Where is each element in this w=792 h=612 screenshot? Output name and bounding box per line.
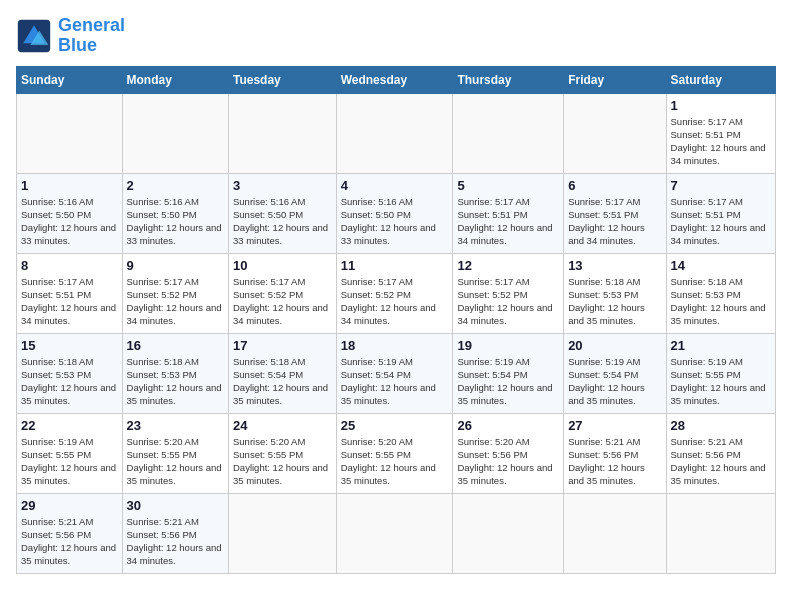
calendar-cell: 22 Sunrise: 5:19 AM Sunset: 5:55 PM Dayl… xyxy=(17,413,123,493)
day-info: Sunrise: 5:19 AM Sunset: 5:55 PM Dayligh… xyxy=(21,435,118,488)
column-header-friday: Friday xyxy=(564,66,666,93)
calendar-cell: 28 Sunrise: 5:21 AM Sunset: 5:56 PM Dayl… xyxy=(666,413,775,493)
day-number: 25 xyxy=(341,418,449,433)
calendar-cell: 7 Sunrise: 5:17 AM Sunset: 5:51 PM Dayli… xyxy=(666,173,775,253)
calendar-week-row: 8 Sunrise: 5:17 AM Sunset: 5:51 PM Dayli… xyxy=(17,253,776,333)
column-header-sunday: Sunday xyxy=(17,66,123,93)
logo-icon xyxy=(16,18,52,54)
page-header: General Blue xyxy=(16,16,776,56)
day-number: 29 xyxy=(21,498,118,513)
calendar-cell: 15 Sunrise: 5:18 AM Sunset: 5:53 PM Dayl… xyxy=(17,333,123,413)
day-info: Sunrise: 5:17 AM Sunset: 5:51 PM Dayligh… xyxy=(671,115,771,168)
day-number: 6 xyxy=(568,178,661,193)
calendar-cell: 21 Sunrise: 5:19 AM Sunset: 5:55 PM Dayl… xyxy=(666,333,775,413)
day-info: Sunrise: 5:16 AM Sunset: 5:50 PM Dayligh… xyxy=(127,195,224,248)
day-number: 24 xyxy=(233,418,332,433)
day-number: 20 xyxy=(568,338,661,353)
calendar-cell: 11 Sunrise: 5:17 AM Sunset: 5:52 PM Dayl… xyxy=(336,253,453,333)
day-number: 4 xyxy=(341,178,449,193)
calendar-cell xyxy=(229,493,337,573)
day-info: Sunrise: 5:19 AM Sunset: 5:55 PM Dayligh… xyxy=(671,355,771,408)
day-info: Sunrise: 5:17 AM Sunset: 5:52 PM Dayligh… xyxy=(457,275,559,328)
day-info: Sunrise: 5:17 AM Sunset: 5:51 PM Dayligh… xyxy=(457,195,559,248)
calendar-cell: 23 Sunrise: 5:20 AM Sunset: 5:55 PM Dayl… xyxy=(122,413,228,493)
calendar-cell xyxy=(453,93,564,173)
day-number: 12 xyxy=(457,258,559,273)
day-info: Sunrise: 5:16 AM Sunset: 5:50 PM Dayligh… xyxy=(233,195,332,248)
day-info: Sunrise: 5:19 AM Sunset: 5:54 PM Dayligh… xyxy=(457,355,559,408)
calendar-cell: 20 Sunrise: 5:19 AM Sunset: 5:54 PM Dayl… xyxy=(564,333,666,413)
calendar-cell: 26 Sunrise: 5:20 AM Sunset: 5:56 PM Dayl… xyxy=(453,413,564,493)
column-header-wednesday: Wednesday xyxy=(336,66,453,93)
column-header-saturday: Saturday xyxy=(666,66,775,93)
calendar-table: SundayMondayTuesdayWednesdayThursdayFrid… xyxy=(16,66,776,574)
day-number: 22 xyxy=(21,418,118,433)
calendar-cell: 17 Sunrise: 5:18 AM Sunset: 5:54 PM Dayl… xyxy=(229,333,337,413)
calendar-week-row: 22 Sunrise: 5:19 AM Sunset: 5:55 PM Dayl… xyxy=(17,413,776,493)
calendar-cell xyxy=(229,93,337,173)
day-number: 9 xyxy=(127,258,224,273)
day-number: 28 xyxy=(671,418,771,433)
day-number: 19 xyxy=(457,338,559,353)
day-info: Sunrise: 5:17 AM Sunset: 5:51 PM Dayligh… xyxy=(21,275,118,328)
day-info: Sunrise: 5:19 AM Sunset: 5:54 PM Dayligh… xyxy=(568,355,661,408)
calendar-cell: 13 Sunrise: 5:18 AM Sunset: 5:53 PM Dayl… xyxy=(564,253,666,333)
day-number: 17 xyxy=(233,338,332,353)
calendar-cell: 19 Sunrise: 5:19 AM Sunset: 5:54 PM Dayl… xyxy=(453,333,564,413)
calendar-cell: 25 Sunrise: 5:20 AM Sunset: 5:55 PM Dayl… xyxy=(336,413,453,493)
day-number: 2 xyxy=(127,178,224,193)
day-number: 7 xyxy=(671,178,771,193)
day-info: Sunrise: 5:16 AM Sunset: 5:50 PM Dayligh… xyxy=(21,195,118,248)
calendar-header-row: SundayMondayTuesdayWednesdayThursdayFrid… xyxy=(17,66,776,93)
calendar-cell xyxy=(336,493,453,573)
day-info: Sunrise: 5:17 AM Sunset: 5:52 PM Dayligh… xyxy=(233,275,332,328)
calendar-cell: 24 Sunrise: 5:20 AM Sunset: 5:55 PM Dayl… xyxy=(229,413,337,493)
calendar-cell: 30 Sunrise: 5:21 AM Sunset: 5:56 PM Dayl… xyxy=(122,493,228,573)
calendar-week-row: 29 Sunrise: 5:21 AM Sunset: 5:56 PM Dayl… xyxy=(17,493,776,573)
logo-text: General Blue xyxy=(58,16,125,56)
calendar-cell: 1 Sunrise: 5:16 AM Sunset: 5:50 PM Dayli… xyxy=(17,173,123,253)
day-number: 13 xyxy=(568,258,661,273)
day-info: Sunrise: 5:18 AM Sunset: 5:53 PM Dayligh… xyxy=(21,355,118,408)
logo: General Blue xyxy=(16,16,125,56)
calendar-cell: 10 Sunrise: 5:17 AM Sunset: 5:52 PM Dayl… xyxy=(229,253,337,333)
calendar-cell: 1 Sunrise: 5:17 AM Sunset: 5:51 PM Dayli… xyxy=(666,93,775,173)
day-number: 16 xyxy=(127,338,224,353)
calendar-cell: 18 Sunrise: 5:19 AM Sunset: 5:54 PM Dayl… xyxy=(336,333,453,413)
calendar-cell: 6 Sunrise: 5:17 AM Sunset: 5:51 PM Dayli… xyxy=(564,173,666,253)
calendar-cell xyxy=(564,493,666,573)
day-info: Sunrise: 5:20 AM Sunset: 5:56 PM Dayligh… xyxy=(457,435,559,488)
day-info: Sunrise: 5:17 AM Sunset: 5:51 PM Dayligh… xyxy=(671,195,771,248)
day-info: Sunrise: 5:18 AM Sunset: 5:54 PM Dayligh… xyxy=(233,355,332,408)
day-number: 30 xyxy=(127,498,224,513)
calendar-cell: 16 Sunrise: 5:18 AM Sunset: 5:53 PM Dayl… xyxy=(122,333,228,413)
calendar-cell xyxy=(564,93,666,173)
day-info: Sunrise: 5:19 AM Sunset: 5:54 PM Dayligh… xyxy=(341,355,449,408)
day-number: 11 xyxy=(341,258,449,273)
day-info: Sunrise: 5:18 AM Sunset: 5:53 PM Dayligh… xyxy=(127,355,224,408)
calendar-week-row: 1 Sunrise: 5:17 AM Sunset: 5:51 PM Dayli… xyxy=(17,93,776,173)
calendar-cell: 5 Sunrise: 5:17 AM Sunset: 5:51 PM Dayli… xyxy=(453,173,564,253)
day-info: Sunrise: 5:21 AM Sunset: 5:56 PM Dayligh… xyxy=(671,435,771,488)
day-info: Sunrise: 5:20 AM Sunset: 5:55 PM Dayligh… xyxy=(233,435,332,488)
calendar-week-row: 15 Sunrise: 5:18 AM Sunset: 5:53 PM Dayl… xyxy=(17,333,776,413)
calendar-cell xyxy=(17,93,123,173)
day-number: 5 xyxy=(457,178,559,193)
day-number: 10 xyxy=(233,258,332,273)
calendar-cell: 9 Sunrise: 5:17 AM Sunset: 5:52 PM Dayli… xyxy=(122,253,228,333)
day-info: Sunrise: 5:21 AM Sunset: 5:56 PM Dayligh… xyxy=(568,435,661,488)
column-header-tuesday: Tuesday xyxy=(229,66,337,93)
day-number: 18 xyxy=(341,338,449,353)
day-info: Sunrise: 5:18 AM Sunset: 5:53 PM Dayligh… xyxy=(568,275,661,328)
day-number: 21 xyxy=(671,338,771,353)
calendar-week-row: 1 Sunrise: 5:16 AM Sunset: 5:50 PM Dayli… xyxy=(17,173,776,253)
calendar-cell: 3 Sunrise: 5:16 AM Sunset: 5:50 PM Dayli… xyxy=(229,173,337,253)
calendar-cell: 12 Sunrise: 5:17 AM Sunset: 5:52 PM Dayl… xyxy=(453,253,564,333)
day-info: Sunrise: 5:17 AM Sunset: 5:52 PM Dayligh… xyxy=(341,275,449,328)
day-number: 8 xyxy=(21,258,118,273)
calendar-cell: 14 Sunrise: 5:18 AM Sunset: 5:53 PM Dayl… xyxy=(666,253,775,333)
day-number: 3 xyxy=(233,178,332,193)
column-header-thursday: Thursday xyxy=(453,66,564,93)
day-info: Sunrise: 5:17 AM Sunset: 5:51 PM Dayligh… xyxy=(568,195,661,248)
calendar-cell: 4 Sunrise: 5:16 AM Sunset: 5:50 PM Dayli… xyxy=(336,173,453,253)
